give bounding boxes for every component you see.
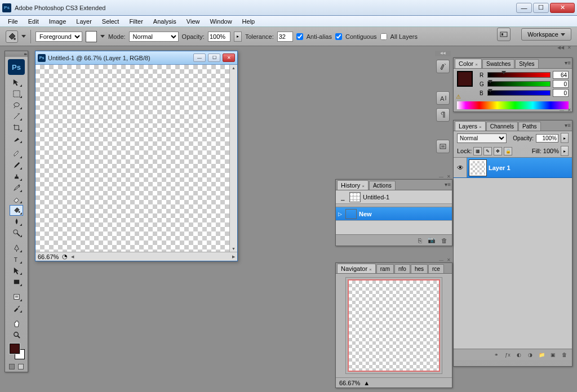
tab-navigator[interactable]: Navigator× [337,264,376,273]
lock-position-icon[interactable]: ✥ [494,147,502,155]
panel-menu-icon[interactable]: ▾≡ [565,60,571,66]
document-titlebar[interactable]: Ps Untitled-1 @ 66.7% (Layer 1, RGB/8) —… [35,51,237,65]
link-layers-icon[interactable]: ⚭ [492,351,501,359]
menu-filter[interactable]: Filter [125,17,147,26]
layer-name[interactable]: Layer 1 [489,164,511,171]
b-slider[interactable] [487,90,551,96]
contiguous-checkbox[interactable] [335,33,342,40]
tool-preset-dropdown-icon[interactable] [21,35,26,38]
minimize-button[interactable]: — [516,3,532,13]
paint-bucket-tool[interactable] [10,205,23,216]
lock-transparency-icon[interactable]: ▦ [473,147,482,155]
tab-histogram[interactable]: ram [376,264,394,273]
dodge-tool[interactable] [10,228,23,238]
doc-maximize-button[interactable]: ☐ [208,54,220,62]
pattern-swatch[interactable] [86,31,97,42]
dock-character-icon[interactable]: A [436,91,450,105]
scroll-left-icon[interactable]: ◀ [71,255,74,259]
tab-history[interactable]: History× [337,180,369,190]
tab-brushes[interactable]: hes [411,264,428,273]
history-state[interactable]: New [336,207,452,221]
path-selection-tool[interactable] [10,265,23,276]
menu-window[interactable]: Window [205,17,236,26]
dock-layer-comps-icon[interactable] [436,140,450,153]
menu-image[interactable]: Image [45,17,71,26]
r-slider[interactable] [487,72,551,78]
history-brush-source-icon[interactable]: ⎯ [337,194,348,201]
slice-tool[interactable] [10,133,23,144]
layer-row[interactable]: 👁 Layer 1 [454,158,572,178]
menu-edit[interactable]: Edit [24,17,43,26]
lock-all-icon[interactable]: 🔒 [504,147,512,155]
opacity-arrow-icon[interactable]: ▸ [234,32,242,42]
fill-source-select[interactable]: Foreground [35,32,82,42]
photoshop-logo-icon[interactable]: Ps [8,59,25,75]
adjustment-layer-icon[interactable]: ◑ [526,351,535,359]
layers-close-icon[interactable]: ✕ [566,108,572,113]
doc-minimize-button[interactable]: — [193,54,206,62]
layer-thumbnail[interactable] [469,160,486,176]
history-snapshot[interactable]: ⎯ Untitled-1 [336,190,452,204]
new-snapshot-icon[interactable]: 📷 [428,237,436,244]
pattern-dropdown-icon[interactable] [100,35,105,38]
create-document-from-state-icon[interactable]: ⎘ [418,237,422,244]
clone-stamp-tool[interactable] [10,171,23,182]
notes-tool[interactable] [10,292,23,302]
history-brush-tool[interactable] [10,182,23,193]
navigator-preview[interactable] [345,277,442,374]
g-slider[interactable] [487,81,551,87]
dock-paragraph-icon[interactable] [436,108,450,122]
menu-select[interactable]: Select [97,17,124,26]
paint-bucket-icon[interactable] [6,30,18,43]
workspace-button[interactable]: Workspace [521,28,571,41]
spot-healing-brush-tool[interactable] [10,149,23,159]
lock-image-icon[interactable]: ✎ [483,147,492,155]
canvas[interactable] [35,65,229,252]
layer-visibility-icon[interactable]: 👁 [454,158,467,177]
g-input[interactable] [553,80,569,88]
doc-close-button[interactable]: ✕ [223,54,235,62]
menu-layer[interactable]: Layer [72,17,96,26]
tab-actions[interactable]: Actions [369,181,396,190]
layer-opacity-value[interactable]: 100% [536,134,558,142]
menu-analysis[interactable]: Analysis [149,17,181,26]
eyedropper-tool[interactable] [10,303,23,314]
pen-tool[interactable] [10,243,23,253]
panel-collapse-icon[interactable]: ◀◀ [556,45,565,51]
b-input[interactable] [553,89,569,97]
lasso-tool[interactable] [10,100,23,110]
history-collapse-icon[interactable]: — [438,174,445,180]
zoom-level[interactable]: 66.67% [38,253,59,260]
tolerance-input[interactable] [277,32,293,42]
layer-fill-value[interactable]: 100% [543,148,559,154]
brush-tool[interactable] [10,160,23,171]
status-info-icon[interactable]: ◔ [62,253,68,260]
navigator-zoom-value[interactable]: 66.67% [339,380,360,386]
blur-tool[interactable] [10,216,23,227]
history-close-icon[interactable]: ✕ [446,174,452,180]
layer-mask-icon[interactable]: ◐ [514,351,523,359]
opacity-input[interactable] [208,32,230,42]
magic-wand-tool[interactable] [10,111,23,122]
blend-mode-select[interactable]: Normal [457,133,507,143]
tab-styles[interactable]: Styles [515,59,538,68]
crop-tool[interactable] [10,122,23,133]
move-tool[interactable] [10,77,23,88]
type-tool[interactable]: T [10,254,23,265]
screen-mode-icon[interactable] [18,364,24,369]
nav-collapse-icon[interactable]: — [438,257,445,263]
dock-brushes-icon[interactable] [436,60,450,73]
zoom-tool[interactable] [10,329,23,340]
layers-collapse-icon[interactable]: — [558,108,565,113]
tab-clone-source[interactable]: rce [428,264,444,273]
menu-view[interactable]: View [182,17,205,26]
delete-state-icon[interactable]: 🗑 [441,237,447,244]
menu-help[interactable]: Help [238,17,260,26]
menu-file[interactable]: File [3,17,23,26]
layer-opacity-arrow-icon[interactable]: ▸ [561,133,569,143]
history-menu-icon[interactable]: ▾≡ [445,181,451,188]
nav-close-icon[interactable]: ✕ [446,257,452,263]
layer-fill-arrow-icon[interactable]: ▸ [561,146,569,156]
hand-tool[interactable] [10,318,23,329]
mode-select[interactable]: Normal [129,32,179,42]
